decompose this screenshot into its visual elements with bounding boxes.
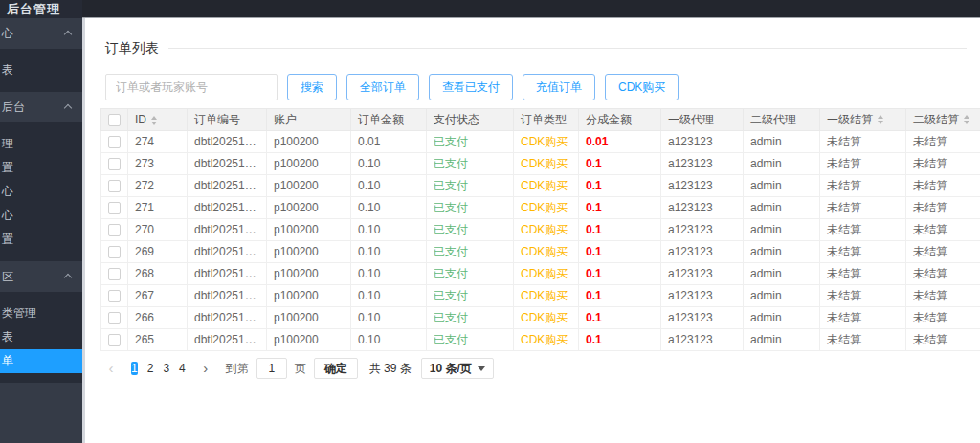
col-header-split_amount: 分成金额	[579, 109, 661, 131]
row-checkbox[interactable]	[108, 290, 121, 302]
cell-value: 271	[135, 201, 154, 214]
search-input[interactable]	[105, 74, 278, 100]
sidebar-item-label: 类管理	[2, 306, 36, 320]
row-checkbox[interactable]	[108, 334, 121, 346]
cell-value: dbtl202510240...	[194, 157, 267, 170]
sidebar-divider	[82, 18, 85, 443]
col-header-label: 订单金额	[358, 113, 404, 126]
cell-value: 270	[135, 223, 154, 236]
row-checkbox[interactable]	[108, 136, 121, 148]
cell-id: 273	[128, 153, 188, 175]
sort-icon[interactable]	[878, 115, 883, 124]
sort-up-icon	[151, 116, 157, 120]
toolbar-button-2[interactable]: 查看已支付	[429, 74, 513, 100]
table-row: 270dbtl202510240...p1002000.10已支付CDK购买0.…	[101, 219, 980, 241]
sidebar-group-1[interactable]: 后台	[0, 92, 82, 122]
cell-order_type: CDK购买	[514, 197, 579, 219]
pagination-prev-icon[interactable]: ‹	[100, 358, 122, 379]
cell-value: 0.10	[358, 333, 380, 346]
sidebar-item[interactable]: 类管理	[0, 301, 82, 325]
cell-order_no: dbtl202510240...	[188, 131, 267, 153]
cell-amount: 0.10	[351, 241, 427, 263]
row-checkbox[interactable]	[108, 268, 121, 280]
row-checkbox[interactable]	[108, 246, 121, 258]
col-header-pay_status: 支付状态	[427, 109, 514, 131]
sidebar-item[interactable]: 心	[0, 180, 82, 204]
cell-value: 未结算	[913, 245, 947, 258]
pagination-next-icon[interactable]: ›	[195, 358, 216, 379]
cell-value: a123123	[668, 223, 713, 236]
toolbar-button-0[interactable]: 搜索	[287, 74, 337, 100]
sidebar-item[interactable]: 单	[0, 349, 82, 373]
cell-account: p100200	[267, 153, 351, 175]
table-row: 265dbtl202510240...p1002000.10已支付CDK购买0.…	[101, 329, 980, 351]
sidebar-group-2[interactable]: 区	[0, 261, 82, 292]
goto-confirm-button[interactable]: 确定	[314, 358, 358, 379]
cell-amount: 0.01	[351, 131, 427, 153]
cell-settle2: 未结算	[906, 263, 980, 285]
col-header-label: 支付状态	[434, 113, 479, 126]
sidebar-item[interactable]: 理	[0, 132, 82, 156]
row-checkbox[interactable]	[108, 158, 121, 170]
cell-checkbox	[101, 219, 128, 241]
sort-icon[interactable]	[964, 115, 969, 124]
cell-value: CDK购买	[521, 135, 568, 148]
per-page-select[interactable]: 10 条/页	[421, 358, 494, 379]
select-all-checkbox[interactable]	[108, 114, 121, 126]
cell-order_type: CDK购买	[514, 263, 579, 285]
cell-value: dbtl202510240...	[194, 333, 267, 346]
cell-value: 已支付	[434, 201, 468, 214]
col-header-label: 一级代理	[668, 113, 714, 126]
sidebar-item[interactable]: 表	[0, 58, 82, 82]
row-checkbox[interactable]	[108, 180, 121, 192]
col-header-agent2: 二级代理	[744, 109, 820, 131]
chevron-up-icon	[64, 104, 72, 112]
per-page-value: 10 条/页	[430, 361, 472, 377]
col-header-id: ID	[128, 109, 188, 131]
cell-value: CDK购买	[521, 201, 568, 214]
toolbar-button-3[interactable]: 充值订单	[523, 74, 595, 100]
sidebar-nav: 心表后台理置心心置区类管理表单	[0, 18, 82, 383]
page-number[interactable]: 2	[147, 362, 154, 375]
goto-label: 到第	[226, 361, 249, 377]
sidebar-group-0[interactable]: 心	[0, 18, 82, 49]
caret-down-icon	[478, 366, 485, 371]
toolbar-button-4[interactable]: CDK购买	[605, 74, 679, 100]
cell-pay_status: 已支付	[427, 329, 514, 351]
cell-settle2: 未结算	[906, 219, 980, 241]
table-row: 273dbtl202510240...p1002000.10已支付CDK购买0.…	[101, 153, 980, 175]
orders-table-wrap: ID订单编号账户订单金额支付状态订单类型分成金额一级代理二级代理一级结算二级结算…	[100, 108, 980, 351]
cell-pay_status: 已支付	[427, 131, 514, 153]
sort-icon[interactable]	[151, 116, 157, 125]
cell-value: 未结算	[827, 179, 861, 192]
cell-value: a123123	[668, 157, 713, 170]
cell-value: 269	[135, 245, 154, 258]
sidebar-item[interactable]: 置	[0, 156, 82, 180]
cell-agent1: a123123	[661, 219, 744, 241]
cell-split_amount: 0.1	[579, 263, 661, 285]
goto-page-input[interactable]	[256, 358, 287, 379]
cell-value: dbtl202510240...	[194, 179, 267, 192]
page-title: 订单列表	[96, 40, 168, 57]
sidebar-item-label: 理	[2, 137, 13, 150]
page-number[interactable]: 4	[179, 362, 186, 375]
cell-checkbox	[101, 307, 128, 329]
cell-agent1: a123123	[661, 263, 744, 285]
row-checkbox[interactable]	[108, 224, 121, 236]
sidebar-item[interactable]: 置	[0, 228, 82, 252]
row-checkbox[interactable]	[108, 312, 121, 324]
page-number[interactable]: 3	[163, 362, 169, 375]
sidebar-item-label: 心	[2, 209, 13, 222]
sort-down-icon	[964, 121, 969, 124]
cell-value: 已支付	[434, 135, 468, 148]
sidebar-item[interactable]: 表	[0, 325, 82, 349]
sidebar-item[interactable]: 心	[0, 204, 82, 228]
cell-amount: 0.10	[351, 263, 427, 285]
page-number[interactable]: 1	[131, 362, 138, 375]
total-count: 共 39 条	[369, 361, 412, 377]
toolbar-button-1[interactable]: 全部订单	[346, 74, 419, 100]
col-header-label: 分成金额	[586, 113, 632, 126]
cell-value: a123123	[668, 267, 713, 280]
cell-agent1: a123123	[661, 285, 744, 307]
row-checkbox[interactable]	[108, 202, 121, 214]
